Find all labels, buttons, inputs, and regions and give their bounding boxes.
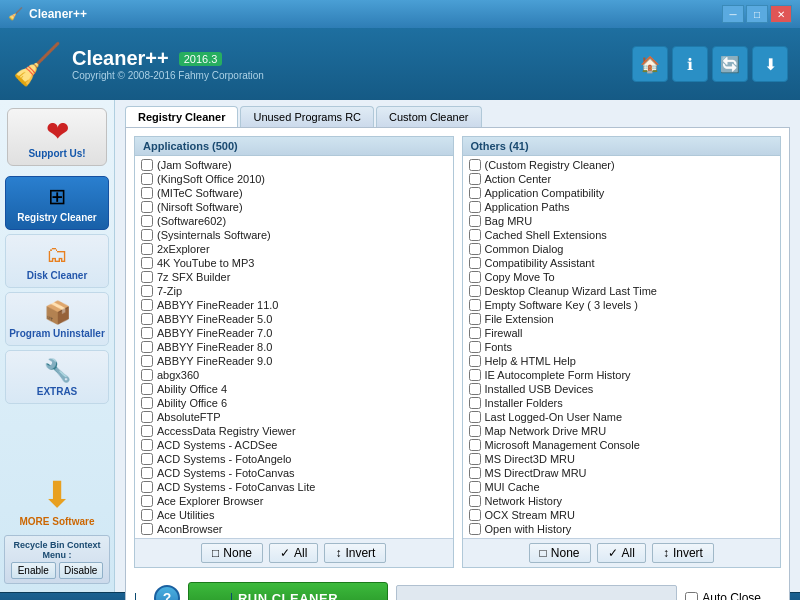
list-item[interactable]: ABBYY FineReader 7.0 xyxy=(139,326,449,340)
list-item[interactable]: Ace Explorer Browser xyxy=(139,494,449,508)
list-item[interactable]: 2xExplorer xyxy=(139,242,449,256)
more-software-button[interactable]: ⬇ MORE Software xyxy=(19,474,94,527)
item-checkbox[interactable] xyxy=(469,425,481,437)
list-item[interactable]: abgx360 xyxy=(139,368,449,382)
list-item[interactable]: (Nirsoft Software) xyxy=(139,200,449,214)
item-checkbox[interactable] xyxy=(141,341,153,353)
list-item[interactable]: IE Autocomplete Form History xyxy=(467,368,777,382)
apps-all-button[interactable]: ✓ All xyxy=(269,543,318,563)
item-checkbox[interactable] xyxy=(141,355,153,367)
sidebar-item-program-uninstaller[interactable]: 📦 Program Uninstaller xyxy=(5,292,109,346)
item-checkbox[interactable] xyxy=(141,523,153,535)
item-checkbox[interactable] xyxy=(141,467,153,479)
list-item[interactable]: Compatibility Assistant xyxy=(467,256,777,270)
list-item[interactable]: 4K YouTube to MP3 xyxy=(139,256,449,270)
item-checkbox[interactable] xyxy=(469,271,481,283)
item-checkbox[interactable] xyxy=(141,243,153,255)
item-checkbox[interactable] xyxy=(141,397,153,409)
list-item[interactable]: Empty Software Key ( 3 levels ) xyxy=(467,298,777,312)
update-icon-button[interactable]: 🔄 xyxy=(712,46,748,82)
item-checkbox[interactable] xyxy=(141,495,153,507)
list-item[interactable]: Common Dialog xyxy=(467,242,777,256)
item-checkbox[interactable] xyxy=(469,173,481,185)
list-item[interactable]: ACD Systems - FotoAngelo xyxy=(139,452,449,466)
list-item[interactable]: Ability Office 4 xyxy=(139,382,449,396)
item-checkbox[interactable] xyxy=(141,271,153,283)
item-checkbox[interactable] xyxy=(141,481,153,493)
sidebar-item-extras[interactable]: 🔧 EXTRAS xyxy=(5,350,109,404)
list-item[interactable]: ABBYY FineReader 9.0 xyxy=(139,354,449,368)
support-button[interactable]: ❤ Support Us! xyxy=(7,108,107,166)
item-checkbox[interactable] xyxy=(469,159,481,171)
item-checkbox[interactable] xyxy=(469,495,481,507)
sidebar-item-disk-cleaner[interactable]: 🗂 Disk Cleaner xyxy=(5,234,109,288)
list-item[interactable]: Help & HTML Help xyxy=(467,354,777,368)
list-item[interactable]: File Extension xyxy=(467,312,777,326)
item-checkbox[interactable] xyxy=(141,411,153,423)
list-item[interactable]: ABBYY FineReader 11.0 xyxy=(139,298,449,312)
list-item[interactable]: Action Center xyxy=(467,172,777,186)
list-item[interactable]: ACD Systems - ACDSee xyxy=(139,438,449,452)
item-checkbox[interactable] xyxy=(141,187,153,199)
list-item[interactable]: AbsoluteFTP xyxy=(139,410,449,424)
item-checkbox[interactable] xyxy=(469,215,481,227)
item-checkbox[interactable] xyxy=(141,453,153,465)
list-item[interactable]: (Software602) xyxy=(139,214,449,228)
list-item[interactable]: Open with History xyxy=(467,522,777,536)
item-checkbox[interactable] xyxy=(469,523,481,535)
download-icon-button[interactable]: ⬇ xyxy=(752,46,788,82)
item-checkbox[interactable] xyxy=(141,439,153,451)
item-checkbox[interactable] xyxy=(469,411,481,423)
list-item[interactable]: MUI Cache xyxy=(467,480,777,494)
item-checkbox[interactable] xyxy=(469,355,481,367)
item-checkbox[interactable] xyxy=(469,341,481,353)
list-item[interactable]: Firewall xyxy=(467,326,777,340)
enable-recycle-button[interactable]: Enable xyxy=(11,562,56,579)
item-checkbox[interactable] xyxy=(141,327,153,339)
list-item[interactable]: MS Direct3D MRU xyxy=(467,452,777,466)
item-checkbox[interactable] xyxy=(469,285,481,297)
tab-unused-programs[interactable]: Unused Programs RC xyxy=(240,106,374,127)
list-item[interactable]: Application Paths xyxy=(467,200,777,214)
list-item[interactable]: ACD Systems - FotoCanvas xyxy=(139,466,449,480)
item-checkbox[interactable] xyxy=(141,509,153,521)
list-item[interactable]: Fonts xyxy=(467,340,777,354)
item-checkbox[interactable] xyxy=(141,173,153,185)
item-checkbox[interactable] xyxy=(469,299,481,311)
list-item[interactable]: 7z SFX Builder xyxy=(139,270,449,284)
list-item[interactable]: (KingSoft Office 2010) xyxy=(139,172,449,186)
apps-invert-button[interactable]: ↕ Invert xyxy=(324,543,386,563)
item-checkbox[interactable] xyxy=(469,453,481,465)
list-item[interactable]: Map Network Drive MRU xyxy=(467,424,777,438)
others-invert-button[interactable]: ↕ Invert xyxy=(652,543,714,563)
list-item[interactable]: (Custom Registry Cleaner) xyxy=(467,158,777,172)
list-item[interactable]: Cached Shell Extensions xyxy=(467,228,777,242)
item-checkbox[interactable] xyxy=(469,467,481,479)
item-checkbox[interactable] xyxy=(469,201,481,213)
item-checkbox[interactable] xyxy=(141,299,153,311)
item-checkbox[interactable] xyxy=(469,243,481,255)
item-checkbox[interactable] xyxy=(469,439,481,451)
list-item[interactable]: Last Logged-On User Name xyxy=(467,410,777,424)
item-checkbox[interactable] xyxy=(141,425,153,437)
others-none-button[interactable]: □ None xyxy=(529,543,591,563)
item-checkbox[interactable] xyxy=(469,383,481,395)
others-all-button[interactable]: ✓ All xyxy=(597,543,646,563)
list-item[interactable]: MS DirectDraw MRU xyxy=(467,466,777,480)
minimize-button[interactable]: ─ xyxy=(722,5,744,23)
item-checkbox[interactable] xyxy=(469,313,481,325)
item-checkbox[interactable] xyxy=(141,257,153,269)
list-item[interactable]: (Jam Software) xyxy=(139,158,449,172)
list-item[interactable]: (MITeC Software) xyxy=(139,186,449,200)
list-item[interactable]: Ability Office 6 xyxy=(139,396,449,410)
sidebar-item-registry-cleaner[interactable]: ⊞ Registry Cleaner xyxy=(5,176,109,230)
item-checkbox[interactable] xyxy=(469,509,481,521)
apps-none-button[interactable]: □ None xyxy=(201,543,263,563)
item-checkbox[interactable] xyxy=(141,369,153,381)
item-checkbox[interactable] xyxy=(469,397,481,409)
item-checkbox[interactable] xyxy=(141,215,153,227)
list-item[interactable]: (Sysinternals Software) xyxy=(139,228,449,242)
list-item[interactable]: 7-Zip xyxy=(139,284,449,298)
item-checkbox[interactable] xyxy=(141,229,153,241)
item-checkbox[interactable] xyxy=(469,229,481,241)
